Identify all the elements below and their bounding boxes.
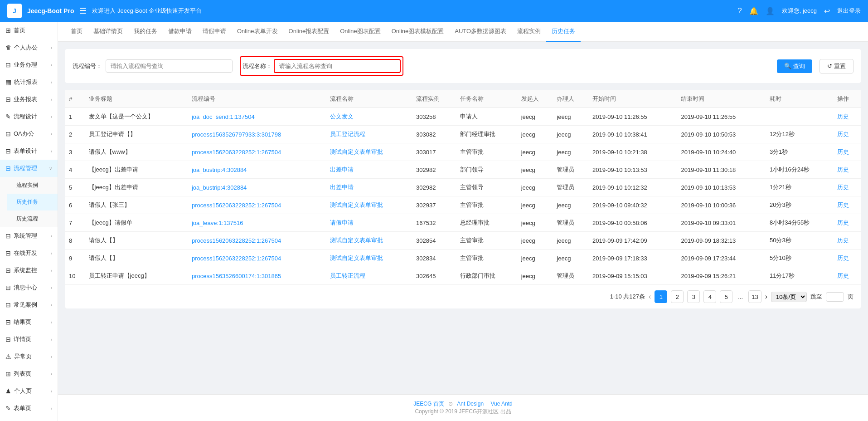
pagination-prev[interactable]: ‹: [649, 293, 651, 301]
welcome-message: 欢迎进入 Jeecg-Boot 企业级快速开发平台: [92, 7, 202, 15]
action-history-link[interactable]: 历史: [837, 201, 849, 208]
cell-num: 2: [65, 126, 85, 143]
reset-button[interactable]: ↺ 重置: [820, 59, 853, 73]
sidebar-sub-item-history-flow[interactable]: 历史流程: [7, 210, 58, 227]
search-button[interactable]: 🔍 查询: [777, 59, 812, 73]
action-history-link[interactable]: 历史: [837, 131, 849, 137]
sidebar-item-list-page[interactable]: ⊞ 列表页 ›: [0, 365, 58, 382]
action-history-link[interactable]: 历史: [837, 148, 849, 155]
sidebar-item-form-page[interactable]: ✎ 表单页 ›: [0, 400, 58, 417]
sidebar-item-error-page[interactable]: ⚠ 异常页 ›: [0, 348, 58, 365]
page-btn-3[interactable]: 3: [687, 290, 700, 303]
cell-task: 部门经理审批: [456, 126, 517, 143]
action-history-link[interactable]: 历史: [837, 219, 849, 226]
list-icon: ⊞: [5, 370, 11, 377]
business-icon: ⊟: [5, 61, 11, 69]
header-left: J Jeecg-Boot Pro ☰ 欢迎进入 Jeecg-Boot 企业级快速…: [7, 4, 202, 18]
action-history-link[interactable]: 历史: [837, 166, 849, 173]
sidebar-item-result-page[interactable]: ⊟ 结果页 ›: [0, 313, 58, 331]
menu-toggle-icon[interactable]: ☰: [79, 6, 87, 16]
cell-start-time: 2019-09-10 00:58:06: [589, 214, 677, 232]
action-history-link[interactable]: 历史: [837, 237, 849, 244]
sidebar-item-sys-management[interactable]: ⊟ 系统管理 ›: [0, 227, 58, 245]
tab-my-task[interactable]: 我的任务: [128, 22, 163, 42]
chevron-right-icon-14: ›: [51, 337, 52, 342]
page-btn-4[interactable]: 4: [703, 290, 716, 303]
cell-start-time: 2019-09-09 15:15:03: [589, 267, 677, 285]
tab-history-task[interactable]: 历史任务: [546, 22, 581, 42]
flow-name-highlighted-box: 流程名称：: [240, 56, 403, 76]
col-instance: 流程实例: [412, 90, 456, 108]
chevron-right-icon-9: ›: [51, 251, 52, 256]
footer-link-jeecg[interactable]: JEECG 首页: [413, 401, 444, 407]
sidebar-item-detail-page[interactable]: ⊟ 详情页 ›: [0, 331, 58, 348]
cell-code: joa_bustrip:4:302884: [188, 179, 326, 196]
sidebar-item-online-dev[interactable]: ⊟ 在线开发 ›: [0, 245, 58, 262]
col-task: 任务名称: [456, 90, 517, 108]
sidebar-item-form-design[interactable]: ⊟ 表单设计 ›: [0, 142, 58, 160]
sidebar-item-flow-management[interactable]: ⊟ 流程管理 ∨: [0, 160, 58, 177]
sidebar-item-message[interactable]: ⊟ 消息中心 ›: [0, 279, 58, 296]
table-row: 1 发文单【这是一个公文】 joa_doc_send:1:137504 公文发文…: [65, 108, 861, 126]
cell-end-time: 2019-09-09 18:32:13: [677, 232, 766, 250]
cell-task: 主管审批: [456, 232, 517, 250]
pagination-next[interactable]: ›: [765, 293, 767, 301]
sidebar-item-personal-page[interactable]: ♟ 个人页 ›: [0, 382, 58, 400]
per-page-select[interactable]: 10条/页 20条/页 50条/页: [771, 292, 807, 302]
flow-mgmt-icon: ⊟: [5, 165, 11, 172]
sidebar-item-home[interactable]: ⊞ 首页: [0, 22, 58, 39]
action-history-link[interactable]: 历史: [837, 255, 849, 261]
tab-online-chart[interactable]: Online图表配置: [335, 22, 386, 42]
sidebar-item-stats[interactable]: ▦ 统计报表 ›: [0, 73, 58, 91]
cell-handler: jeecg: [553, 196, 589, 214]
col-handler: 办理人: [553, 90, 589, 108]
sidebar-item-business-report[interactable]: ⊟ 业务报表 ›: [0, 91, 58, 108]
sys-mgmt-icon: ⊟: [5, 232, 11, 240]
col-title: 业务标题: [85, 90, 188, 108]
form-design-icon: ⊟: [5, 147, 11, 155]
sidebar-item-common-cases[interactable]: ⊟ 常见案例 ›: [0, 296, 58, 313]
cell-task: 主管审批: [456, 250, 517, 267]
cell-handler: 管理员: [553, 267, 589, 285]
flow-code-input[interactable]: [106, 59, 233, 73]
flow-name-input[interactable]: [274, 59, 401, 73]
tab-flow-instance[interactable]: 流程实例: [512, 22, 546, 42]
page-btn-5[interactable]: 5: [720, 290, 732, 303]
cell-instance: 302834: [412, 250, 456, 267]
help-icon[interactable]: ?: [738, 7, 742, 15]
sidebar-sub-item-history-task[interactable]: 历史任务: [7, 194, 58, 210]
logout-label[interactable]: 退出登录: [837, 7, 861, 15]
tab-loan[interactable]: 借款申请: [163, 22, 197, 42]
tab-auto-datasource[interactable]: AUTO多数据源图表: [449, 22, 512, 42]
notification-icon[interactable]: 🔔: [749, 7, 758, 15]
tab-online-chart-template[interactable]: Online图表模板配置: [386, 22, 450, 42]
footer-link-vue-antd[interactable]: Vue Antd: [490, 401, 512, 407]
cell-num: 8: [65, 232, 85, 250]
page-btn-1[interactable]: 1: [655, 290, 667, 303]
table-row: 8 请假人【】 process1562063228252:1:267504 测试…: [65, 232, 861, 250]
action-history-link[interactable]: 历史: [837, 113, 849, 120]
table-row: 4 【jeecg】出差申请 joa_bustrip:4:302884 出差申请 …: [65, 161, 861, 179]
online-dev-icon: ⊟: [5, 250, 11, 257]
sidebar-item-personal-office[interactable]: ♛ 个人办公 ›: [0, 39, 58, 56]
tab-home[interactable]: 首页: [65, 22, 88, 42]
sidebar-item-flow-design[interactable]: ✎ 流程设计 ›: [0, 108, 58, 125]
chevron-right-icon-18: ›: [51, 406, 52, 411]
footer-link-antd[interactable]: Ant Design: [457, 401, 484, 407]
page-btn-2[interactable]: 2: [671, 290, 684, 303]
sidebar-item-business-handle[interactable]: ⊟ 业务办理 ›: [0, 56, 58, 73]
logout-icon[interactable]: ↩: [824, 7, 830, 15]
sidebar-item-oa[interactable]: ⊟ OA办公 ›: [0, 125, 58, 142]
tab-online-report[interactable]: Online报表配置: [283, 22, 335, 42]
action-history-link[interactable]: 历史: [837, 272, 849, 279]
action-history-link[interactable]: 历史: [837, 184, 849, 191]
sidebar-sub-item-flow-instance[interactable]: 流程实例: [7, 177, 58, 194]
tab-online-form[interactable]: Online表单开发: [232, 22, 283, 42]
tab-leave[interactable]: 请假申请: [197, 22, 232, 42]
col-end-time: 结束时间: [677, 90, 766, 108]
table-row: 9 请假人【】 process1562063228252:1:267504 测试…: [65, 250, 861, 267]
page-btn-13[interactable]: 13: [748, 290, 761, 303]
goto-input[interactable]: [826, 292, 844, 302]
sidebar-item-sys-monitor[interactable]: ⊟ 系统监控 ›: [0, 262, 58, 279]
tab-basic-detail[interactable]: 基础详情页: [88, 22, 128, 42]
